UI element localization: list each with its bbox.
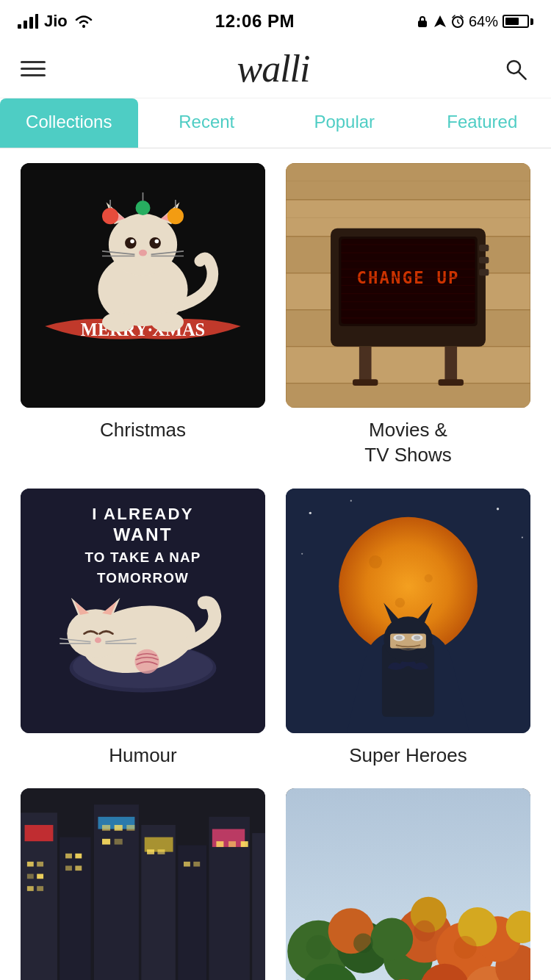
svg-point-34: [151, 312, 184, 332]
christmas-thumb: MERRY·XMAS: [21, 163, 265, 408]
svg-text:I ALREADY: I ALREADY: [92, 505, 194, 523]
collection-heroes[interactable]: Super Heroes: [286, 489, 530, 768]
location-icon: [433, 15, 447, 28]
movies-label: Movies &TV Shows: [364, 418, 452, 468]
svg-point-86: [309, 511, 311, 514]
svg-point-20: [130, 239, 134, 244]
svg-point-29: [136, 201, 151, 215]
svg-rect-2: [29, 17, 33, 29]
carrier-label: Jio: [44, 12, 68, 31]
svg-rect-64: [353, 379, 378, 386]
svg-rect-63: [444, 347, 457, 383]
svg-rect-133: [184, 862, 190, 867]
svg-text:TOMORROW: TOMORROW: [97, 569, 189, 585]
menu-button[interactable]: [21, 61, 46, 76]
svg-rect-136: [228, 842, 236, 848]
svg-rect-120: [27, 887, 34, 892]
svg-rect-119: [37, 874, 43, 879]
search-icon: [503, 57, 528, 82]
nature-thumb: [286, 788, 530, 980]
svg-rect-41: [286, 347, 530, 383]
svg-rect-60: [479, 257, 489, 264]
svg-point-4: [82, 25, 85, 28]
svg-rect-121: [37, 887, 43, 892]
collection-nature[interactable]: Nature: [286, 788, 530, 980]
svg-point-92: [369, 555, 382, 569]
collection-movies[interactable]: CHANGE UP: [286, 163, 530, 468]
svg-rect-123: [75, 854, 82, 859]
app-header: walli: [0, 40, 551, 98]
search-button[interactable]: [501, 54, 530, 84]
svg-rect-127: [115, 825, 123, 831]
svg-point-103: [414, 635, 420, 640]
collection-christmas[interactable]: MERRY·XMAS: [21, 163, 265, 468]
svg-rect-61: [479, 269, 489, 275]
svg-rect-42: [286, 383, 530, 408]
svg-point-166: [370, 918, 413, 961]
svg-rect-109: [178, 846, 206, 980]
lock-icon: [416, 15, 429, 28]
svg-rect-59: [479, 245, 489, 251]
svg-point-90: [301, 552, 303, 554]
svg-rect-137: [241, 842, 248, 848]
svg-rect-128: [126, 825, 134, 831]
collections-grid: MERRY·XMAS: [0, 148, 551, 980]
svg-point-172: [306, 935, 331, 959]
svg-text:WANT: WANT: [113, 525, 173, 544]
japan-thumb: [21, 788, 265, 980]
tab-popular[interactable]: Popular: [276, 98, 414, 148]
svg-point-21: [155, 239, 159, 244]
heroes-label: Super Heroes: [349, 743, 467, 768]
svg-point-88: [497, 508, 499, 510]
svg-rect-0: [18, 24, 21, 29]
alarm-icon: [451, 15, 464, 28]
battery-icon: [503, 15, 533, 28]
collection-humour[interactable]: I ALREADY WANT TO TAKE A NAP TOMORROW Hu…: [21, 489, 265, 768]
tab-collections[interactable]: Collections: [0, 98, 138, 148]
svg-point-89: [522, 536, 523, 538]
svg-rect-122: [65, 854, 72, 859]
humour-thumb: I ALREADY WANT TO TAKE A NAP TOMORROW: [21, 489, 265, 733]
movies-thumb: CHANGE UP: [286, 163, 530, 408]
svg-point-87: [350, 500, 352, 501]
svg-rect-134: [193, 862, 200, 867]
svg-rect-130: [115, 839, 123, 845]
svg-marker-6: [434, 15, 446, 27]
wifi-icon: [73, 14, 94, 29]
status-bar: Jio 12:06 PM 64%: [0, 0, 551, 40]
svg-point-19: [149, 237, 161, 249]
svg-rect-131: [147, 850, 154, 855]
svg-point-94: [395, 597, 405, 607]
svg-rect-135: [216, 842, 223, 848]
christmas-label: Christmas: [100, 418, 186, 443]
svg-rect-107: [94, 805, 139, 980]
svg-text:CHANGE UP: CHANGE UP: [356, 268, 459, 287]
svg-rect-36: [286, 163, 530, 200]
svg-rect-65: [439, 379, 464, 386]
svg-point-27: [102, 208, 118, 224]
svg-rect-124: [65, 866, 72, 871]
svg-rect-116: [27, 862, 34, 867]
svg-point-173: [454, 936, 477, 959]
status-time: 12:06 PM: [215, 11, 295, 32]
svg-rect-117: [37, 862, 43, 867]
svg-point-18: [125, 237, 137, 249]
svg-rect-118: [27, 874, 34, 879]
app-logo: walli: [237, 47, 309, 90]
svg-text:TO TAKE A NAP: TO TAKE A NAP: [85, 549, 201, 564]
svg-rect-62: [359, 347, 372, 383]
tab-featured[interactable]: Featured: [414, 98, 552, 148]
tab-bar: Collections Recent Popular Featured: [0, 98, 551, 148]
svg-point-174: [414, 920, 435, 942]
svg-rect-106: [60, 837, 90, 980]
svg-rect-112: [25, 825, 54, 841]
svg-rect-126: [102, 825, 110, 831]
svg-point-33: [102, 312, 134, 332]
heroes-thumb: [286, 489, 530, 733]
collection-japan[interactable]: Japan: [21, 788, 265, 980]
tab-recent[interactable]: Recent: [138, 98, 276, 148]
svg-point-75: [95, 637, 101, 643]
svg-point-22: [139, 250, 147, 256]
humour-label: Humour: [109, 743, 176, 768]
svg-rect-3: [35, 14, 38, 29]
